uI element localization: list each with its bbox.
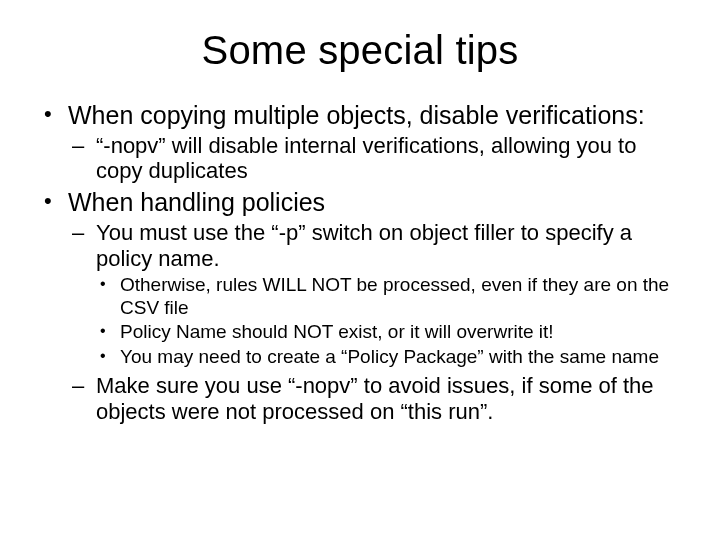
list-item: You may need to create a “Policy Package…: [96, 346, 680, 369]
list-item: When copying multiple objects, disable v…: [40, 101, 680, 184]
slide: Some special tips When copying multiple …: [0, 0, 720, 540]
bullet-text: Policy Name should NOT exist, or it will…: [120, 321, 554, 342]
list-item: Policy Name should NOT exist, or it will…: [96, 321, 680, 344]
bullet-text: You may need to create a “Policy Package…: [120, 346, 659, 367]
bullet-text: When copying multiple objects, disable v…: [68, 101, 645, 129]
list-item: When handling policies You must use the …: [40, 188, 680, 425]
bullet-text: “-nopv” will disable internal verificati…: [96, 133, 636, 184]
bullet-text: Make sure you use “-nopv” to avoid issue…: [96, 373, 654, 424]
list-item: You must use the “-p” switch on object f…: [68, 220, 680, 369]
list-item: “-nopv” will disable internal verificati…: [68, 133, 680, 185]
bullet-text: You must use the “-p” switch on object f…: [96, 220, 632, 271]
slide-title: Some special tips: [40, 28, 680, 73]
bullet-list: When copying multiple objects, disable v…: [40, 101, 680, 425]
bullet-sublist: “-nopv” will disable internal verificati…: [68, 133, 680, 185]
bullet-text: When handling policies: [68, 188, 325, 216]
bullet-sublist: You must use the “-p” switch on object f…: [68, 220, 680, 425]
list-item: Make sure you use “-nopv” to avoid issue…: [68, 373, 680, 425]
list-item: Otherwise, rules WILL NOT be processed, …: [96, 274, 680, 320]
bullet-subsublist: Otherwise, rules WILL NOT be processed, …: [96, 274, 680, 369]
bullet-text: Otherwise, rules WILL NOT be processed, …: [120, 274, 669, 318]
